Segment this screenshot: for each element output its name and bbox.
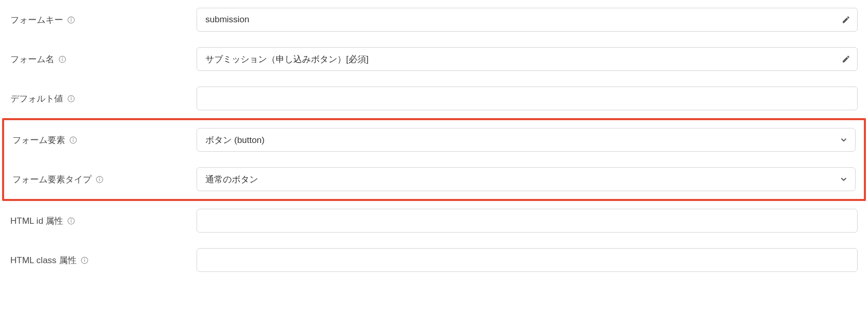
html-id-input[interactable]	[197, 209, 858, 233]
pencil-icon[interactable]	[842, 55, 850, 64]
default-value-input[interactable]	[197, 87, 858, 110]
form-element-label: フォーム要素	[12, 134, 65, 146]
info-icon[interactable]	[81, 256, 88, 264]
svg-point-20	[84, 258, 85, 259]
form-key-row: フォームキー	[0, 0, 868, 39]
svg-point-8	[71, 97, 71, 97]
form-name-label: フォーム名	[10, 53, 54, 65]
svg-point-2	[71, 18, 71, 19]
default-value-row: デフォルト値	[0, 79, 868, 118]
highlighted-section: フォーム要素 ボタン (button)	[2, 118, 866, 201]
form-element-type-label-cell: フォーム要素タイプ	[12, 174, 197, 185]
form-element-type-row: フォーム要素タイプ 通常のボタン	[4, 160, 864, 199]
form-element-row: フォーム要素 ボタン (button)	[4, 120, 864, 160]
pencil-icon[interactable]	[842, 16, 850, 24]
html-id-input-cell	[197, 209, 858, 233]
html-id-row: HTML id 属性	[0, 201, 868, 240]
info-icon[interactable]	[67, 217, 75, 225]
svg-point-5	[62, 58, 63, 58]
form-name-label-cell: フォーム名	[10, 53, 197, 65]
form-element-type-select[interactable]: 通常のボタン	[197, 167, 856, 191]
form-settings-panel: フォームキー フォーム名	[0, 0, 868, 280]
form-element-type-input-cell: 通常のボタン	[197, 167, 856, 191]
form-key-label-cell: フォームキー	[10, 14, 197, 26]
html-id-label: HTML id 属性	[10, 215, 63, 227]
html-class-input[interactable]	[197, 248, 858, 272]
form-name-input[interactable]	[197, 47, 858, 71]
svg-point-14	[99, 178, 100, 178]
form-element-input-cell: ボタン (button)	[197, 128, 856, 152]
info-icon[interactable]	[69, 136, 77, 144]
form-name-row: フォーム名	[0, 39, 868, 79]
svg-point-11	[73, 138, 73, 139]
html-class-row: HTML class 属性	[0, 240, 868, 280]
form-key-label: フォームキー	[10, 14, 63, 26]
form-element-label-cell: フォーム要素	[12, 134, 197, 146]
info-icon[interactable]	[67, 95, 75, 103]
svg-point-17	[71, 219, 72, 220]
form-element-select[interactable]: ボタン (button)	[197, 128, 856, 152]
html-class-input-cell	[197, 248, 858, 272]
form-element-type-label: フォーム要素タイプ	[12, 174, 92, 185]
html-class-label: HTML class 属性	[10, 254, 77, 266]
default-value-input-cell	[197, 87, 858, 110]
info-icon[interactable]	[67, 16, 75, 24]
default-value-label: デフォルト値	[10, 93, 63, 105]
default-value-label-cell: デフォルト値	[10, 93, 197, 105]
form-key-input-cell	[197, 8, 858, 32]
html-class-label-cell: HTML class 属性	[10, 254, 197, 266]
form-key-input[interactable]	[197, 8, 858, 32]
info-icon[interactable]	[58, 55, 66, 63]
info-icon[interactable]	[96, 176, 103, 183]
form-name-input-cell	[197, 47, 858, 71]
html-id-label-cell: HTML id 属性	[10, 215, 197, 227]
